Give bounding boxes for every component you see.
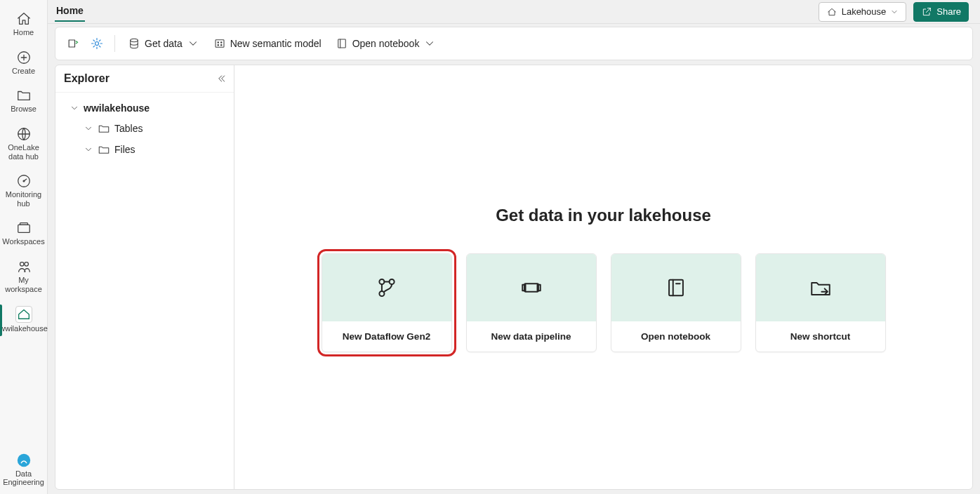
chevron-down-icon (69, 103, 79, 113)
rail-data-engineering-label: Data Engineering (1, 469, 46, 487)
tree-tables[interactable]: Tables (60, 118, 230, 139)
topbar-right: Lakehouse Share (819, 2, 969, 22)
chevron-down-icon (187, 37, 199, 50)
content-area: Explorer wwilakehouse Tables (55, 65, 973, 490)
toolbar-separator (114, 35, 115, 52)
left-rail: Home Create Browse OneLake data hub Moni… (0, 0, 48, 494)
rail-data-engineering[interactable]: Data Engineering (0, 447, 48, 494)
rail-browse-label: Browse (11, 105, 37, 114)
card-top (756, 254, 885, 321)
pipeline-icon (519, 276, 543, 300)
chevron-down-icon (84, 124, 93, 133)
tree-files[interactable]: Files (60, 139, 230, 160)
rail-my-workspace[interactable]: My workspace (0, 253, 48, 300)
rail-home[interactable]: Home (0, 6, 48, 44)
rail-my-workspace-label: My workspace (1, 276, 46, 293)
collapse-panel-icon[interactable] (216, 73, 227, 84)
svg-point-10 (131, 39, 138, 42)
tree-tables-label: Tables (114, 123, 143, 134)
card-new-shortcut[interactable]: New shortcut (755, 253, 886, 352)
database-icon (128, 37, 140, 50)
explorer-title: Explorer (64, 72, 110, 85)
svg-point-12 (218, 42, 219, 44)
svg-rect-16 (338, 39, 345, 48)
data-engineering-icon (16, 453, 32, 468)
explorer-header: Explorer (55, 65, 234, 93)
lakehouse-dropdown[interactable]: Lakehouse (819, 2, 907, 22)
folder-icon (98, 143, 110, 156)
svg-rect-4 (18, 225, 29, 233)
rail-create[interactable]: Create (0, 44, 48, 83)
canvas: Get data in your lakehouse New Dataflow … (234, 65, 972, 489)
open-notebook-label: Open notebook (352, 38, 420, 49)
card-label: Open notebook (611, 321, 741, 352)
canvas-title: Get data in your lakehouse (496, 206, 711, 225)
card-label: New data pipeline (467, 321, 596, 352)
chevron-down-icon (890, 8, 899, 16)
lakehouse-dropdown-label: Lakehouse (842, 6, 887, 17)
svg-point-13 (220, 42, 222, 44)
get-data-button[interactable]: Get data (122, 34, 205, 53)
notebook-icon (336, 37, 348, 50)
lakehouse-icon (826, 6, 837, 18)
rail-wwilakehouse[interactable]: wwilakehouse (0, 300, 48, 340)
card-top (611, 254, 741, 321)
share-icon (921, 6, 932, 18)
topbar: Home Lakehouse Share (48, 0, 980, 24)
gear-icon (90, 36, 104, 51)
open-notebook-button[interactable]: Open notebook (330, 34, 442, 53)
folder-icon (98, 122, 110, 135)
svg-point-7 (24, 262, 27, 267)
svg-rect-20 (524, 283, 538, 291)
card-open-notebook[interactable]: Open notebook (611, 253, 741, 352)
card-new-dataflow-gen2[interactable]: New Dataflow Gen2 (322, 253, 452, 352)
card-label: New shortcut (756, 321, 885, 352)
new-semantic-model-label: New semantic model (230, 38, 322, 49)
explorer-panel: Explorer wwilakehouse Tables (55, 65, 234, 489)
svg-rect-5 (20, 223, 27, 225)
rail-monitoring[interactable]: Monitoring hub (0, 168, 48, 215)
cards-row: New Dataflow Gen2 New data pipeline Open… (322, 253, 886, 352)
tree-root-label: wwilakehouse (84, 102, 150, 114)
app-root: Home Create Browse OneLake data hub Moni… (0, 0, 980, 494)
semantic-model-icon (213, 37, 226, 50)
tree-files-label: Files (114, 144, 135, 155)
my-workspace-icon (16, 259, 32, 274)
card-new-data-pipeline[interactable]: New data pipeline (466, 253, 597, 352)
svg-point-17 (379, 279, 384, 284)
rail-wwilakehouse-label: wwilakehouse (0, 324, 48, 333)
shortcut-icon (809, 276, 833, 300)
page-title-tab[interactable]: Home (55, 2, 85, 22)
svg-point-18 (389, 279, 394, 284)
refresh-button[interactable] (62, 33, 84, 54)
workspaces-icon (16, 220, 32, 236)
rail-onelake-label: OneLake data hub (1, 143, 46, 161)
svg-point-19 (379, 291, 384, 296)
monitor-icon (16, 173, 32, 189)
chevron-down-icon (84, 145, 93, 154)
rail-create-label: Create (12, 67, 35, 76)
rail-home-label: Home (13, 28, 34, 37)
rail-monitoring-label: Monitoring hub (1, 190, 46, 208)
chevron-down-icon (423, 37, 436, 50)
svg-point-9 (95, 42, 99, 46)
lakehouse-thumb-icon (15, 306, 32, 323)
card-top (467, 254, 596, 321)
card-label: New Dataflow Gen2 (322, 321, 451, 352)
rail-onelake[interactable]: OneLake data hub (0, 121, 48, 168)
svg-point-14 (218, 45, 219, 46)
svg-point-15 (220, 45, 222, 46)
svg-point-8 (17, 454, 29, 467)
rail-workspaces[interactable]: Workspaces (0, 215, 48, 253)
settings-button[interactable] (86, 33, 107, 54)
rail-browse[interactable]: Browse (0, 82, 48, 121)
onelake-icon (16, 126, 32, 142)
card-top (322, 254, 451, 321)
svg-rect-23 (669, 280, 683, 296)
main-area: Home Lakehouse Share (48, 0, 980, 494)
explorer-tree: wwilakehouse Tables Files (55, 93, 234, 166)
svg-rect-11 (216, 40, 224, 48)
tree-root-wwilakehouse[interactable]: wwilakehouse (60, 98, 230, 118)
new-semantic-model-button[interactable]: New semantic model (208, 34, 327, 53)
share-button[interactable]: Share (913, 2, 969, 22)
